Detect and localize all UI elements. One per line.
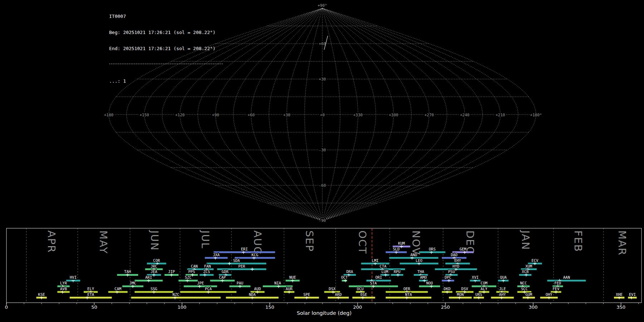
month-label: FEB	[572, 230, 584, 252]
shower-PCA: PCA	[180, 287, 236, 294]
shower-label: COR	[153, 258, 160, 263]
shower-label: CAP	[219, 275, 226, 279]
shower-DKD: DKD	[442, 287, 452, 294]
shower-OHY: OHY	[540, 292, 558, 299]
shower-AAN: AAN	[547, 275, 586, 282]
lon-label: +30	[283, 113, 291, 117]
shower-peak-marker	[228, 262, 231, 265]
shower-label: GUM	[525, 292, 532, 297]
month-label: OCT	[356, 230, 369, 254]
shower-AVB: AVB	[57, 287, 69, 294]
shower-PAU: PAU	[229, 281, 250, 288]
shower-label: ZCS	[203, 269, 210, 274]
shower-label: NCC	[520, 281, 527, 285]
shower-label: AAN	[563, 275, 570, 279]
shower-NDA: NDA	[226, 292, 278, 299]
shower-label: SDA	[233, 258, 240, 263]
shower-label: XHE	[616, 292, 623, 297]
shower-EGE: EGE	[352, 292, 375, 299]
shower-label: JPE	[197, 281, 204, 285]
shower-TAH: TAH	[117, 269, 138, 277]
shower-NZC: NZC	[131, 292, 220, 299]
shower-bar	[419, 286, 440, 287]
shower-label: KSE	[38, 292, 45, 297]
meteor-analysis-screen: IT0007 Beg: 20251021 17:26:21 (sol = 208…	[0, 0, 644, 322]
shower-label: RPU	[394, 269, 400, 274]
shower-label: HVI	[70, 275, 77, 279]
shower-CAP: CAP	[210, 275, 235, 282]
axis-tick-label: 150	[265, 304, 274, 310]
shower-label: AUD	[254, 287, 261, 291]
activity-timeline: APRMAYJUNJULAUGSEPOCTNOVDECJANFEBMAR0501…	[0, 225, 644, 322]
shower-QUA: QUA	[498, 275, 508, 282]
shower-label: SLD	[393, 247, 400, 251]
shower-CAM: CAM	[108, 287, 128, 294]
shower-MON: MON	[449, 292, 472, 299]
lon-label: +240	[460, 113, 470, 117]
shower-label: NZC	[172, 292, 179, 297]
shower-label: HYD	[453, 264, 459, 268]
shower-JPE: JPE	[184, 281, 217, 288]
shower-label: CAN	[191, 264, 198, 268]
shower-KSE: KSE	[36, 292, 47, 299]
shower-label: PCA	[205, 287, 212, 291]
shower-SLD: SLD	[386, 247, 407, 254]
shower-label: JLE	[499, 287, 506, 291]
shower-label: CAM	[114, 287, 121, 291]
shower-label: JXA	[213, 253, 220, 257]
shower-label: SZC	[185, 275, 191, 279]
month-label: MAY	[97, 230, 109, 254]
shower-bar	[200, 274, 214, 276]
month-label: MAR	[616, 230, 628, 256]
shower-label: ALY	[480, 287, 488, 291]
lon-label: +210	[496, 113, 505, 117]
shower-HVI: HVI	[66, 275, 80, 282]
axis-tick-label: 250	[441, 304, 450, 310]
shower-label: EGE	[360, 292, 367, 297]
shower-label: SPE	[303, 292, 310, 297]
shower-label: STA	[370, 281, 377, 285]
shower-label: AUR	[286, 287, 293, 291]
lat-label: +90°	[318, 3, 327, 8]
shower-label: DSV	[461, 287, 468, 291]
shower-label: PPS	[188, 269, 195, 274]
shower-label: PSU	[448, 269, 455, 274]
shower-ORS: ORS	[419, 247, 445, 254]
shower-label: NTA	[405, 292, 412, 297]
shower-label: NIA	[274, 281, 282, 285]
shower-EVI: EVI	[628, 292, 637, 299]
axis-title: Solar longitude (deg)	[297, 310, 351, 316]
month-label: JUN	[148, 230, 161, 251]
shower-label: URS	[475, 292, 482, 297]
month-label: JAN	[519, 230, 532, 250]
shower-JMC: JMC	[122, 281, 143, 288]
shower-label: NUE	[289, 275, 296, 279]
shower-label: XUM	[525, 264, 532, 268]
shower-AND: AND	[389, 253, 438, 260]
shower-SZC: SZC	[179, 275, 198, 282]
month-label: APR	[45, 230, 58, 253]
shower-NUE: NUE	[286, 275, 299, 282]
lat-label: +60	[319, 42, 326, 46]
shower-ZCS: ZCS	[200, 269, 214, 277]
lon-label: +150	[140, 113, 149, 117]
shower-label: FED	[554, 281, 561, 285]
axis-tick-label: 200	[353, 304, 362, 310]
axis-tick-label: 50	[91, 304, 97, 310]
shower-label: JEA	[151, 269, 158, 274]
shower-ARD: ARD	[328, 292, 349, 299]
shower-label: ARD	[335, 292, 342, 297]
shower-label: ORI	[375, 275, 382, 279]
lat-label: -90	[319, 218, 326, 223]
shower-label: LYR	[60, 281, 67, 285]
lon-label: +330	[353, 113, 363, 117]
shower-HYD: HYD	[435, 264, 477, 271]
month-label: SEP	[303, 230, 316, 252]
shower-label: PER	[238, 264, 245, 268]
shower-label: KUM	[398, 241, 405, 245]
lon-label: +180	[104, 113, 114, 117]
lon-label: +0	[320, 113, 325, 117]
shower-KCG: KCG	[235, 253, 275, 260]
shower-label: LMI	[372, 258, 379, 263]
shower-label: THA	[418, 269, 425, 274]
